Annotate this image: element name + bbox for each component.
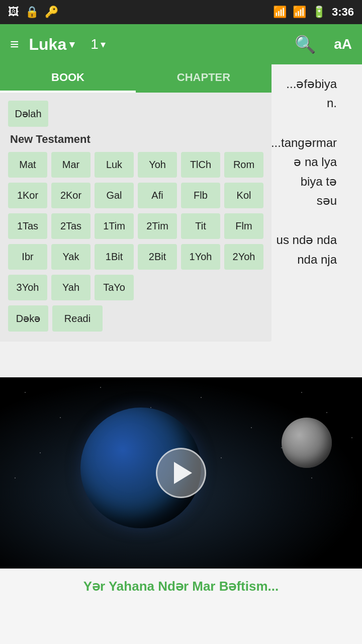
book-btn-1tas[interactable]: 1Tas (8, 213, 47, 239)
video-area (0, 377, 362, 569)
time-display: 3:36 (332, 6, 354, 19)
signal-icon: 📶 (293, 6, 306, 19)
bottom-buttons: Dəkə Readi (8, 305, 263, 332)
book-btn-3yoh[interactable]: 3Yoh (8, 275, 47, 300)
books-grid-row4: Ibr Yak 1Bit 2Bit 1Yoh 2Yoh (8, 244, 263, 270)
status-bar-left: 🖼 🔒 🔑 (8, 6, 58, 19)
chapter-selector[interactable]: 1 ▾ (90, 36, 106, 52)
app-bar: ≡ Luka ▾ 1 ▾ 🔍 aA (0, 24, 362, 64)
book-btn-tlch[interactable]: TlCh (181, 152, 220, 178)
book-btn-kol[interactable]: Kol (224, 183, 263, 208)
book-btn-2yoh[interactable]: 2Yoh (224, 244, 263, 270)
bottom-section: Yər Yahana Ndər Mar Bəftism... (0, 569, 362, 644)
book-btn-yak[interactable]: Yak (51, 244, 90, 270)
book-btn-2tas[interactable]: 2Tas (51, 213, 90, 239)
book-btn-2bit[interactable]: 2Bit (138, 244, 177, 270)
tab-book[interactable]: BOOK (0, 64, 136, 93)
book-dropdown-arrow: ▾ (69, 38, 74, 50)
planet-moon (282, 418, 332, 468)
book-btn-2kor[interactable]: 2Kor (51, 183, 90, 208)
book-btn-1tim[interactable]: 1Tim (95, 213, 134, 239)
image-icon: 🖼 (8, 6, 19, 19)
font-size-button[interactable]: aA (334, 36, 352, 52)
book-btn-rom[interactable]: Rom (224, 152, 263, 178)
book-btn-1kor[interactable]: 1Kor (8, 183, 47, 208)
dropdown-panel: BOOK CHAPTER Dəlah New Testament Mat Mar… (0, 64, 272, 342)
book-name: Luka (29, 35, 67, 54)
book-btn-2tim[interactable]: 2Tim (138, 213, 177, 239)
book-btn-1yoh[interactable]: 1Yoh (181, 244, 220, 270)
wifi-icon: 📶 (273, 6, 287, 19)
book-btn-flb[interactable]: Flb (181, 183, 220, 208)
chapter-dropdown-arrow: ▾ (101, 38, 106, 50)
book-btn-delah[interactable]: Dəlah (8, 101, 48, 127)
book-btn-tit[interactable]: Tit (181, 213, 220, 239)
book-btn-gal[interactable]: Gal (95, 183, 134, 208)
play-button[interactable] (156, 448, 206, 498)
bottom-title: Yər Yahana Ndər Mar Bəftism... (0, 569, 362, 594)
books-grid-row3: 1Tas 2Tas 1Tim 2Tim Tit Flm (8, 213, 263, 239)
book-btn-afi[interactable]: Afi (138, 183, 177, 208)
battery-icon: 🔋 (312, 6, 326, 19)
video-background (0, 377, 362, 569)
book-btn-mar[interactable]: Mar (51, 152, 90, 178)
book-btn-mat[interactable]: Mat (8, 152, 47, 178)
books-grid-row1: Mat Mar Luk Yoh TlCh Rom (8, 152, 263, 178)
tab-chapter[interactable]: CHAPTER (136, 64, 272, 93)
new-testament-header: New Testament (8, 133, 263, 146)
book-btn-flm[interactable]: Flm (224, 213, 263, 239)
book-btn-yah[interactable]: Yah (51, 275, 90, 300)
bottom-btn-deke[interactable]: Dəkə (8, 305, 48, 332)
menu-button[interactable]: ≡ (10, 36, 19, 53)
book-btn-yoh[interactable]: Yoh (138, 152, 177, 178)
book-btn-luk[interactable]: Luk (95, 152, 134, 178)
play-icon (174, 462, 192, 484)
bottom-btn-readi[interactable]: Readi (52, 305, 103, 332)
search-button[interactable]: 🔍 (295, 34, 316, 54)
book-btn-1bit[interactable]: 1Bit (95, 244, 134, 270)
tabs: BOOK CHAPTER (0, 64, 272, 93)
books-area: Dəlah New Testament Mat Mar Luk Yoh TlCh… (0, 93, 272, 342)
status-bar: 🖼 🔒 🔑 📶 📶 🔋 3:36 (0, 0, 362, 24)
key-icon: 🔑 (45, 6, 58, 19)
book-btn-ibr[interactable]: Ibr (8, 244, 47, 270)
chapter-number: 1 (90, 36, 99, 52)
books-grid-row2: 1Kor 2Kor Gal Afi Flb Kol (8, 183, 263, 208)
status-bar-right: 📶 📶 🔋 3:36 (273, 6, 354, 19)
book-selector[interactable]: Luka ▾ (29, 35, 75, 54)
lock-icon: 🔒 (25, 6, 39, 19)
book-btn-tayo[interactable]: TaYo (95, 275, 134, 300)
books-grid-row5: 3Yoh Yah TaYo (8, 275, 263, 300)
single-book-row: Dəlah (8, 101, 263, 127)
